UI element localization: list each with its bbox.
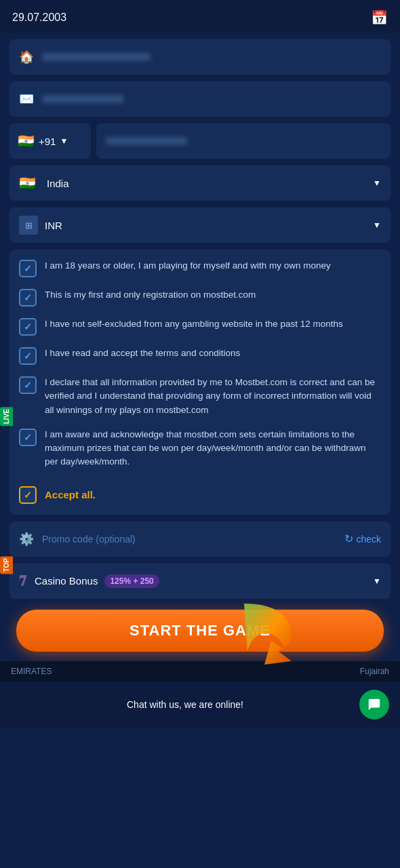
phone-code-dropdown[interactable]: 🇮🇳 +91 ▼ [9,123,91,159]
checkmark-6: ✓ [24,432,32,443]
country-flag: 🇮🇳 [19,175,36,191]
bonus-label-text: Casino Bonus [35,575,98,587]
phone-blurred-value [106,137,187,145]
promo-code-row[interactable]: ⚙️ Promo code (optional) ↻ check [9,521,391,557]
casino-bonus-row[interactable]: 𝟕 Casino Bonus 125% + 250 ▼ [9,564,391,599]
phone-code-chevron: ▼ [60,136,68,146]
calendar-icon[interactable]: 📅 [371,9,388,26]
phone-number-field[interactable] [96,123,391,159]
home-icon: 🏠 [19,50,34,64]
live-badge: LIVE [0,407,13,426]
accept-all-text[interactable]: Accept all. [45,489,96,500]
checkbox-item-5: ✓ I declare that all information provide… [19,376,381,417]
chat-bar[interactable]: Chat with us, we are online! [0,682,400,728]
phone-code-text: +91 [39,136,56,147]
checkbox-text-6: I am aware and acknowledge that mostbet.… [45,428,381,469]
bonus-badge-value: 125% + 250 [104,574,159,588]
checkbox-item-4: ✓ I have read and accept the terms and c… [19,347,381,365]
checkmark-3: ✓ [24,321,32,332]
country-dropdown[interactable]: 🇮🇳 India ▼ [9,165,391,201]
checkbox-text-3: I have not self-excluded from any gambli… [45,317,343,331]
email-blurred-value [42,95,123,103]
date-display: 29.07.2003 [12,12,66,24]
bonus-chevron: ▼ [373,576,381,586]
bottom-left-text: EMIRATES [11,667,52,676]
currency-label: INR [45,220,373,231]
checkbox-1[interactable]: ✓ [19,260,37,277]
check-label: check [356,534,381,545]
accept-all-checkmark: ✓ [24,490,32,500]
checkbox-2[interactable]: ✓ [19,289,37,307]
checkbox-item-3: ✓ I have not self-excluded from any gamb… [19,317,381,336]
checkbox-4[interactable]: ✓ [19,347,37,365]
currency-dropdown[interactable]: ⊞ INR ▼ [9,208,391,243]
checkbox-item-2: ✓ This is my first and only registration… [19,288,381,307]
checkbox-6[interactable]: ✓ [19,429,37,446]
email-icon: ✉️ [19,92,34,106]
top-badge: TOP [0,556,13,574]
india-flag: 🇮🇳 [18,133,35,149]
checkbox-3[interactable]: ✓ [19,318,37,336]
phone-row: 🇮🇳 +91 ▼ [9,123,391,159]
chat-button[interactable] [359,690,389,719]
country-label: India [47,178,373,189]
currency-icon: ⊞ [19,216,38,235]
promo-placeholder-text: Promo code (optional) [42,534,344,545]
checkmark-1: ✓ [24,263,32,274]
accept-all-row: ✓ Accept all. [19,480,381,505]
country-chevron: ▼ [373,178,381,188]
email-input-row: ✉️ [9,81,391,117]
checkbox-5[interactable]: ✓ [19,376,37,394]
bottom-right-text: Fujairah [360,667,389,676]
checkmark-5: ✓ [24,380,32,391]
live-badge-text: LIVE [3,409,10,424]
chat-message: Chat with us, we are online! [11,699,359,710]
check-refresh-icon: ↻ [344,532,353,545]
checkbox-text-4: I have read and accept the terms and con… [45,347,240,360]
start-game-button[interactable]: START THE GAME [16,610,384,652]
bottom-bar: EMIRATES Fujairah [0,661,400,682]
top-bar: 29.07.2003 📅 [0,0,400,33]
address-blurred-value [42,53,151,61]
checkmark-4: ✓ [24,351,32,361]
checkbox-item-6: ✓ I am aware and acknowledge that mostbe… [19,428,381,469]
top-badge-text: TOP [3,558,10,572]
promo-check-button[interactable]: ↻ check [344,532,381,545]
registration-form: 🏠 ✉️ 🇮🇳 +91 ▼ 🇮🇳 India ▼ ⊞ [0,39,400,652]
checkbox-text-1: I am 18 years or older, I am playing for… [45,259,331,273]
checkbox-item-1: ✓ I am 18 years or older, I am playing f… [19,259,381,277]
casino-icon: 𝟕 [19,572,26,590]
checkmark-2: ✓ [24,292,32,303]
terms-checkboxes: ✓ I am 18 years or older, I am playing f… [9,250,391,515]
currency-chevron: ▼ [373,220,381,230]
address-input-row: 🏠 [9,39,391,75]
checkbox-text-2: This is my first and only registration o… [45,288,256,302]
checkbox-text-5: I declare that all information provided … [45,376,381,417]
accept-all-checkbox[interactable]: ✓ [19,486,37,504]
arrow-decoration [231,597,312,678]
settings-icon: ⚙️ [19,532,34,547]
